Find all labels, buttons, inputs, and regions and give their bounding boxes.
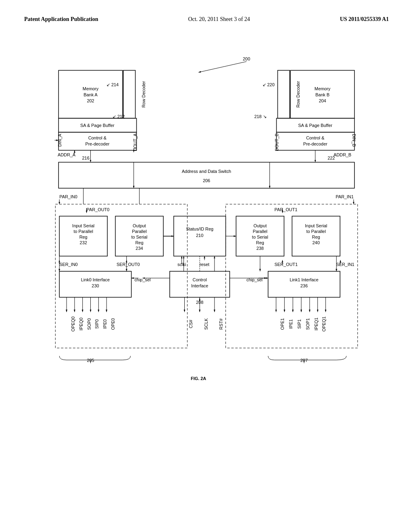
publication-title: Patent Application Publication [24,16,98,23]
pin-sip1: SIP1 [297,319,302,329]
ctrl-predec-a1: Control & [88,135,107,140]
ctrl-predec-a2: Pre-decoder [85,141,109,146]
link1-1: Link1 Interface [290,277,318,282]
output-parallel-0-5: 234 [136,246,143,251]
pin-ipeq1: IPEQ1 [314,318,319,330]
sa-page-b: SA & Page Buffer [298,123,332,128]
date-sheet: Oct. 20, 2011 Sheet 3 of 24 [188,16,250,23]
svg-line-2 [198,62,246,73]
output-parallel-0-1: Output [133,223,146,228]
addr-b: ADDR_B [334,152,351,157]
ref-214: ↙ 214 [106,82,119,87]
svg-rect-14 [58,162,355,188]
page-header: Patent Application Publication Oct. 20, … [0,16,413,23]
ctrl-interface-2: Interface [191,283,208,288]
output-parallel-0-4: Reg [135,240,143,245]
pin-sclk: SCLK [204,318,209,330]
ref-222: 222 [327,156,335,160]
status-id-2: 210 [196,233,203,238]
row-decoder-b: Row Decoder [296,81,300,108]
link1-2: 236 [300,283,308,288]
ser-in0: SER_IN0 [59,262,77,267]
input-serial-1-1: Input Serial [305,223,327,228]
sa-page-a: SA & Page Buffer [80,123,115,128]
par-out1: PAR_OUT1 [275,207,298,212]
input-serial-0-2: to Parallel [73,229,93,234]
output-parallel-0-3: to Serial [131,235,147,239]
memory-bank-a-label2: Bank A [83,92,98,97]
input-serial-1-3: Reg [312,235,320,239]
addr-switch-num: 206 [203,178,210,183]
ser-out1: SER_OUT1 [275,262,298,267]
memory-bank-a-label: Memory [83,86,99,91]
par-in1: PAR_IN1 [336,194,354,199]
pin-ipe0: IPE0 [102,319,107,329]
pin-opeq0: OPEQ0 [71,316,75,332]
ctrl-interface-1: Control [193,277,207,282]
label-200: 200 [243,56,250,61]
diagram-area: 200 Memory Bank A 202 Row Decoder ↙ 214 … [24,48,389,508]
input-serial-0-1: Input Serial [72,223,94,228]
link0-1: Link0 Interface [81,277,110,282]
pin-ope1: OPE1 [280,318,285,330]
ref-220: ↙ 220 [263,82,275,87]
status-id-1: Status/ID Reg [186,227,213,231]
par-in0: PAR_IN0 [59,194,77,199]
output-parallel-1-1: Output [253,223,267,228]
row-decoder-a: Row Decoder [141,81,146,108]
input-serial-1-4: 240 [313,240,320,245]
memory-bank-b-label2: Bank B [315,92,330,97]
pin-sop1: SOP1 [305,318,310,330]
dout-a: DOUT_A [133,133,138,151]
ctrl-predec-b2: Pre-decoder [303,141,327,146]
pin-ipeq0: IPEQ0 [79,318,83,330]
pin-ope0: OPE0 [111,318,115,330]
svg-rect-5 [277,71,290,118]
pin-cs: CS# [188,320,193,328]
pin-rst: RST# [219,318,223,330]
memory-bank-b-label: Memory [315,86,331,91]
reset-label: reset [200,262,209,267]
input-serial-0-4: 232 [80,240,87,245]
dout-b: DOUT_B [274,133,279,151]
ser-in1: SER_IN1 [336,262,354,267]
ref-212: ↙ 212 [113,114,125,119]
addr-a: ADDR_A [58,152,76,157]
pin-ipe1: IPE1 [288,319,293,329]
input-serial-1-2: to Parallel [306,229,325,234]
output-parallel-1-3: to Serial [252,235,268,239]
ref-218: 218 ↘ [254,114,266,119]
pin-opeq1: OPEQ1 [321,316,326,332]
addr-switch-label: Address and Data Switch [182,169,231,174]
input-serial-0-3: Reg [79,235,88,239]
patent-number: US 2011/0255339 A1 [340,16,389,23]
output-parallel-1-2: Parallel [253,229,267,234]
ser-out0: SER_OUT0 [117,262,140,267]
memory-bank-b-label3: 204 [319,98,326,103]
output-parallel-1-5: 238 [257,246,264,251]
pin-sop0: SOP0 [87,318,92,330]
memory-bank-a-label3: 202 [87,98,94,103]
link0-2: 230 [92,283,99,288]
pin-sip0: SIP0 [94,319,99,329]
din-b: DIN_B [352,134,357,147]
output-parallel-1-4: Reg [256,240,264,245]
fig-label: FIG. 2A [191,376,206,381]
ctrl-predec-b1: Control & [306,135,325,140]
svg-rect-4 [123,71,136,118]
par-out0: PAR_OUT0 [87,207,110,212]
output-parallel-0-2: Parallel [132,229,146,234]
ref-216: 216 [82,156,90,160]
